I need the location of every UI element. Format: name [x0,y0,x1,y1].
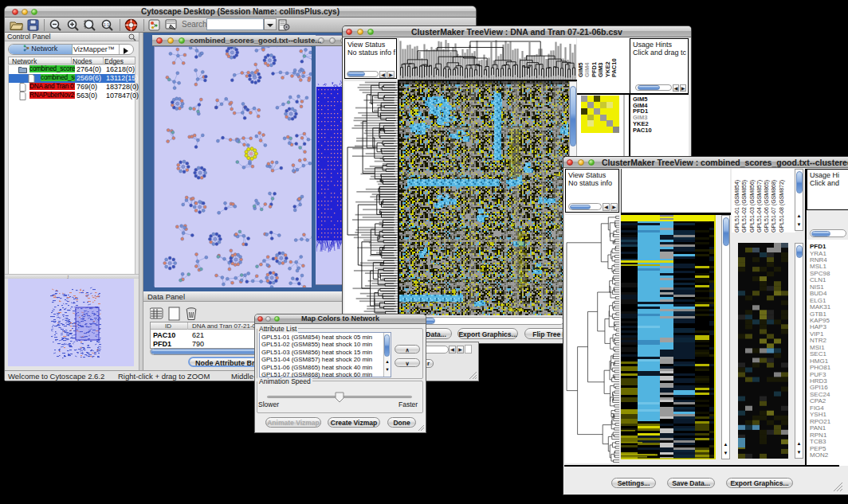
svg-text:1:1: 1:1 [104,22,109,27]
